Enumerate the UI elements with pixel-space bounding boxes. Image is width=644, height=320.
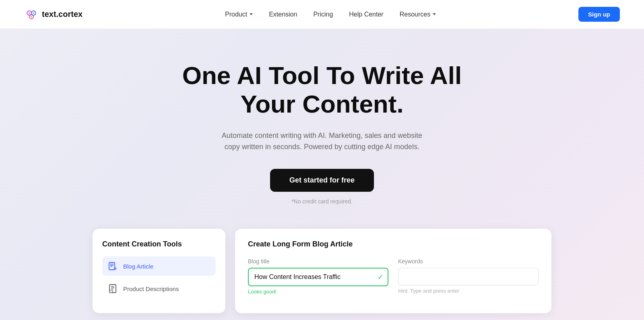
product-descriptions-label: Product Descriptions (123, 285, 179, 292)
keywords-group: Keywords Hint: Type and press enter (398, 258, 539, 295)
tool-blog-article[interactable]: ✦ Blog Article (102, 256, 216, 276)
svg-text:✦: ✦ (114, 267, 117, 270)
svg-point-4 (33, 12, 35, 14)
nav-product[interactable]: Product (225, 11, 253, 18)
get-started-button[interactable]: Get started for free (270, 169, 374, 192)
logo-text: text.cortex (42, 10, 83, 19)
keywords-input-wrapper (398, 268, 539, 285)
hero-title: One AI Tool To Write All Your Content. (182, 61, 462, 119)
hero-subtitle: Automate content writing with AI. Market… (217, 130, 427, 153)
blog-title-hint: Looks good! (248, 289, 388, 295)
product-descriptions-icon (107, 283, 118, 294)
nav-extension[interactable]: Extension (269, 11, 297, 18)
cards-row: Content Creation Tools ✦ Blog Article (93, 229, 551, 313)
check-icon: ✓ (378, 273, 384, 281)
nav-help-center[interactable]: Help Center (349, 11, 383, 18)
form-fields-row: Blog title ✓ Looks good! Keywords Hint: … (248, 258, 539, 295)
logo[interactable]: text.cortex (24, 7, 83, 22)
content-creation-tools-card: Content Creation Tools ✦ Blog Article (93, 229, 225, 313)
blog-article-label: Blog Article (123, 263, 153, 270)
blog-title-group: Blog title ✓ Looks good! (248, 258, 388, 295)
keywords-hint: Hint: Type and press enter (398, 288, 539, 294)
nav-pricing[interactable]: Pricing (313, 11, 333, 18)
keywords-input[interactable] (398, 268, 539, 285)
blog-title-label: Blog title (248, 258, 388, 265)
logo-icon (24, 7, 39, 22)
blog-title-input-wrapper: ✓ (248, 268, 388, 286)
nav-resources[interactable]: Resources (400, 11, 436, 18)
card-right-title: Create Long Form Blog Article (248, 240, 539, 248)
blog-article-form-card: Create Long Form Blog Article Blog title… (235, 229, 551, 313)
keywords-label: Keywords (398, 258, 539, 265)
navbar: text.cortex Product Extension Pricing He… (0, 0, 644, 29)
nav-links: Product Extension Pricing Help Center Re… (225, 11, 436, 18)
chevron-down-icon (250, 13, 253, 15)
svg-point-3 (28, 12, 30, 14)
blog-article-icon: ✦ (107, 261, 118, 272)
tool-product-descriptions[interactable]: Product Descriptions (102, 279, 216, 298)
svg-point-5 (31, 16, 33, 18)
no-card-text: *No credit card required. (291, 198, 353, 205)
card-left-title: Content Creation Tools (102, 240, 216, 248)
hero-section: One AI Tool To Write All Your Content. A… (0, 29, 644, 320)
chevron-down-icon (433, 13, 436, 15)
signup-button[interactable]: Sign up (578, 7, 620, 22)
blog-title-input[interactable] (248, 268, 388, 286)
